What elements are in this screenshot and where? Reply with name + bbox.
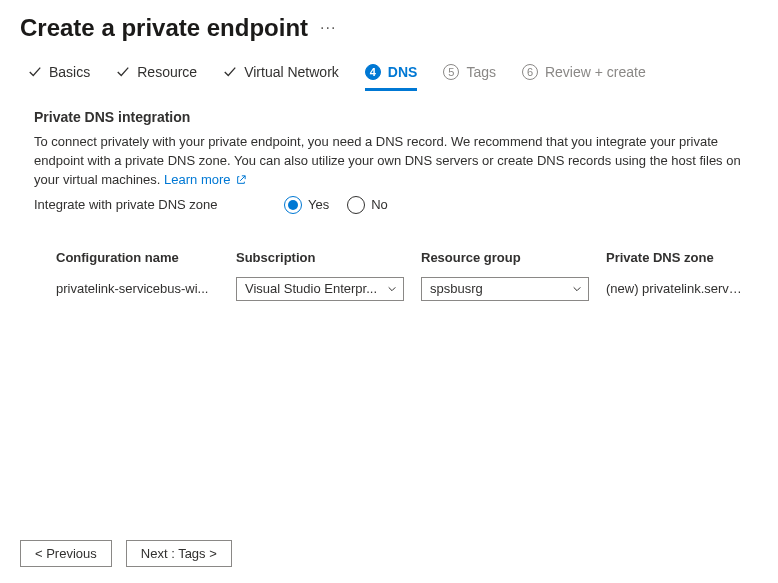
resource-group-select-value: spsbusrg bbox=[430, 281, 566, 296]
col-header-resource-group: Resource group bbox=[421, 250, 606, 265]
resource-group-select[interactable]: spsbusrg bbox=[421, 277, 589, 301]
tab-review-create[interactable]: 6 Review + create bbox=[522, 64, 646, 91]
check-icon bbox=[28, 65, 42, 79]
wizard-tabs: Basics Resource Virtual Network 4 DNS 5 … bbox=[0, 50, 778, 91]
integrate-radio-group: Yes No bbox=[284, 196, 388, 214]
integrate-label: Integrate with private DNS zone bbox=[34, 197, 284, 212]
col-header-dns-zone: Private DNS zone bbox=[606, 250, 744, 265]
radio-no[interactable]: No bbox=[347, 196, 388, 214]
tab-virtual-network[interactable]: Virtual Network bbox=[223, 64, 339, 91]
external-link-icon bbox=[236, 175, 246, 185]
page-title: Create a private endpoint bbox=[20, 14, 308, 42]
radio-circle-icon bbox=[284, 196, 302, 214]
cell-dns-zone: (new) privatelink.serviceb... bbox=[606, 281, 744, 296]
tab-review-create-label: Review + create bbox=[545, 64, 646, 80]
subscription-select[interactable]: Visual Studio Enterpr... bbox=[236, 277, 404, 301]
section-description: To connect privately with your private e… bbox=[34, 133, 744, 190]
wizard-footer: < Previous Next : Tags > bbox=[20, 540, 232, 567]
next-button[interactable]: Next : Tags > bbox=[126, 540, 232, 567]
table-row: privatelink-servicebus-wi... Visual Stud… bbox=[34, 271, 744, 307]
tab-basics-label: Basics bbox=[49, 64, 90, 80]
step-badge-icon: 4 bbox=[365, 64, 381, 80]
table-header: Configuration name Subscription Resource… bbox=[34, 244, 744, 271]
step-badge-icon: 6 bbox=[522, 64, 538, 80]
tab-tags-label: Tags bbox=[466, 64, 496, 80]
tab-dns[interactable]: 4 DNS bbox=[365, 64, 418, 91]
dns-config-table: Configuration name Subscription Resource… bbox=[34, 244, 744, 307]
tab-resource-label: Resource bbox=[137, 64, 197, 80]
content-area: Private DNS integration To connect priva… bbox=[0, 91, 778, 307]
radio-yes-label: Yes bbox=[308, 197, 329, 212]
check-icon bbox=[223, 65, 237, 79]
cell-config-name: privatelink-servicebus-wi... bbox=[56, 281, 236, 296]
subscription-select-value: Visual Studio Enterpr... bbox=[245, 281, 381, 296]
learn-more-link[interactable]: Learn more bbox=[164, 172, 246, 187]
section-title: Private DNS integration bbox=[34, 109, 744, 125]
tab-tags[interactable]: 5 Tags bbox=[443, 64, 496, 91]
tab-resource[interactable]: Resource bbox=[116, 64, 197, 91]
chevron-down-icon bbox=[387, 284, 397, 294]
tab-virtual-network-label: Virtual Network bbox=[244, 64, 339, 80]
col-header-subscription: Subscription bbox=[236, 250, 421, 265]
check-icon bbox=[116, 65, 130, 79]
radio-no-label: No bbox=[371, 197, 388, 212]
step-badge-icon: 5 bbox=[443, 64, 459, 80]
more-actions-icon[interactable]: ··· bbox=[320, 19, 336, 37]
tab-basics[interactable]: Basics bbox=[28, 64, 90, 91]
tab-dns-label: DNS bbox=[388, 64, 418, 80]
radio-circle-icon bbox=[347, 196, 365, 214]
chevron-down-icon bbox=[572, 284, 582, 294]
col-header-config: Configuration name bbox=[56, 250, 236, 265]
previous-button[interactable]: < Previous bbox=[20, 540, 112, 567]
radio-yes[interactable]: Yes bbox=[284, 196, 329, 214]
